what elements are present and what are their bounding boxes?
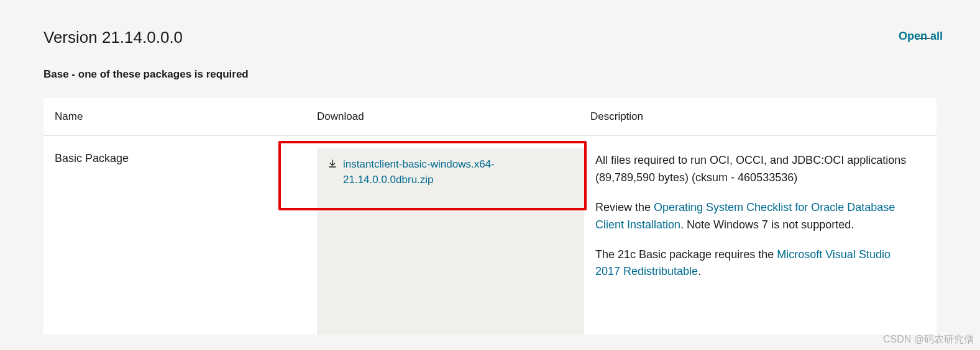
description-text: All files required to run OCI, OCCI, and…	[595, 152, 918, 169]
open-all-link[interactable]: Open all	[899, 30, 943, 43]
version-title: Version 21.14.0.0.0	[44, 28, 183, 47]
column-header-description: Description	[584, 110, 936, 123]
watermark: CSDN @码农研究僧	[883, 333, 974, 346]
column-header-name: Name	[44, 110, 317, 123]
column-header-download: Download	[317, 110, 584, 123]
table-header: Name Download Description	[44, 98, 936, 136]
download-cell: instantclient-basic-windows.x64-21.14.0.…	[317, 148, 584, 334]
text: The 21c Basic package requires the	[595, 248, 777, 261]
download-icon	[328, 159, 337, 171]
package-description: All files required to run OCI, OCCI, and…	[584, 148, 936, 334]
table-row: Basic Package instantclient-basic-window…	[44, 136, 936, 334]
package-name: Basic Package	[44, 148, 317, 334]
packages-table: Name Download Description Basic Package …	[44, 98, 936, 334]
download-link[interactable]: instantclient-basic-windows.x64-21.14.0.…	[343, 157, 572, 187]
description-requires: The 21c Basic package requires the Micro…	[595, 246, 918, 281]
description-meta: (89,789,590 bytes) (cksum - 460533536)	[595, 169, 918, 187]
version-header-row: Version 21.14.0.0.0 —	[44, 28, 936, 47]
section-subtitle: Base - one of these packages is required	[44, 68, 936, 81]
description-review: Review the Operating System Checklist fo…	[595, 199, 918, 234]
text: . Note Windows 7 is not supported.	[680, 218, 854, 231]
text: Review the	[595, 201, 654, 213]
text: .	[698, 265, 701, 277]
